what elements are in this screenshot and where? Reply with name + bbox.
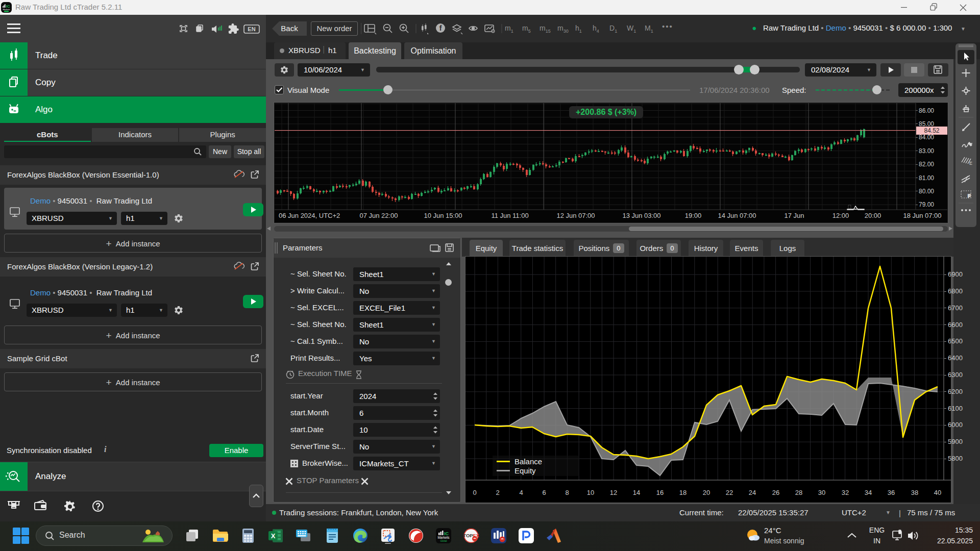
svg-text:E: E — [969, 161, 972, 166]
svg-text:Markets: Markets — [437, 536, 450, 539]
svg-text:Markets: Markets — [3, 8, 10, 11]
svg-text:F: F — [968, 193, 971, 198]
svg-text:Global: Global — [440, 540, 447, 542]
svg-text:f: f — [439, 24, 442, 32]
svg-text:EN: EN — [248, 26, 255, 32]
svg-text:X: X — [271, 532, 276, 540]
